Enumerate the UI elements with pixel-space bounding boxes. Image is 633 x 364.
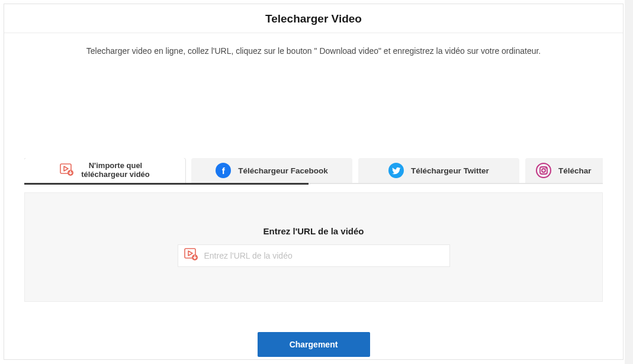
active-tab-underline <box>24 183 309 185</box>
svg-point-4 <box>545 167 547 169</box>
url-input[interactable] <box>204 251 444 260</box>
tab-twitter[interactable]: Téléchargeur Twitter <box>358 158 519 183</box>
twitter-icon <box>388 163 404 178</box>
instagram-icon <box>536 163 551 178</box>
video-download-icon <box>184 248 198 263</box>
tab-label: Téléchargeur Facebook <box>238 166 328 175</box>
video-download-icon <box>60 163 74 178</box>
svg-point-3 <box>542 169 545 172</box>
title-bar: Telecharger Video <box>4 4 623 33</box>
tab-label: Téléchar <box>558 166 592 175</box>
facebook-icon: f <box>216 163 231 178</box>
page-subtitle: Telecharger video en ligne, collez l'URL… <box>4 33 623 56</box>
tab-label: N'importe quel téléchargeur vidéo <box>81 162 150 179</box>
tab-any-video[interactable]: N'importe quel téléchargeur vidéo <box>24 158 185 183</box>
load-button[interactable]: Chargement <box>258 332 370 357</box>
panel-title: Entrez l'URL de la vidéo <box>264 226 364 236</box>
app-frame: Telecharger Video Telecharger video en l… <box>4 4 624 360</box>
page-title: Telecharger Video <box>4 12 623 25</box>
tab-facebook[interactable]: f Téléchargeur Facebook <box>191 158 352 183</box>
url-panel: Entrez l'URL de la vidéo <box>24 192 603 302</box>
tab-instagram[interactable]: Téléchar <box>525 158 603 183</box>
url-input-wrap <box>178 244 450 267</box>
tab-label: Téléchargeur Twitter <box>411 166 489 175</box>
scrollbar[interactable] <box>625 0 633 364</box>
tabs-row: N'importe quel téléchargeur vidéo f Télé… <box>24 158 603 184</box>
